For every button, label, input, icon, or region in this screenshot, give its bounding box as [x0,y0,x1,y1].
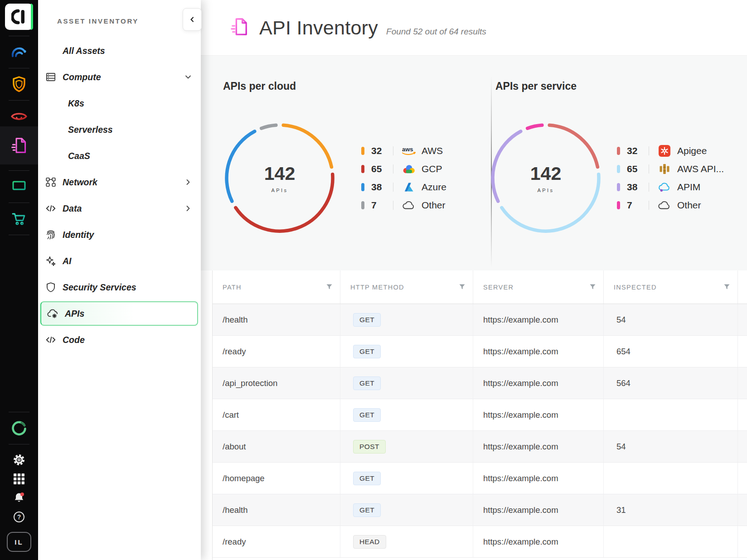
sidebar-item-all-assets[interactable]: All Assets [38,38,201,64]
legend-cloud: 32awsAWS65GCP38Azure7Other [361,142,446,214]
column-header-server[interactable]: SERVER [473,270,604,304]
table-row[interactable]: /healthGEThttps://example.com31 [213,494,747,526]
visibility-eye-icon[interactable] [0,106,38,126]
donut-segment-aws [283,125,331,167]
marketplace-cart-icon[interactable] [0,209,38,229]
http-method-badge: GET [353,345,381,358]
results-count: Found 52 out of 64 results [386,27,486,37]
legend-item-other: 7Other [361,196,446,214]
chart-apis-per-cloud: APIs per cloud 142 APIs 32awsAWS65GCP38A… [201,56,491,270]
rail-divider [9,444,29,444]
apigee-icon [656,145,673,157]
help-icon[interactable]: ? [0,507,38,526]
filter-funnel-icon[interactable] [724,284,730,291]
sidebar-item-serverless[interactable]: Serverless [38,116,201,143]
settings-gear-icon[interactable] [0,450,38,469]
svg-text:?: ? [17,513,21,521]
http-method-badge: POST [353,440,386,454]
sidebar-item-security-services[interactable]: Security Services [38,274,201,300]
legend-label: APIM [677,182,700,193]
cell-path: /api_protection [213,367,340,399]
cell-method: GET [340,304,473,335]
user-avatar[interactable]: IL [7,532,31,552]
aws-icon: aws [401,145,417,157]
legend-color-pill [361,201,364,209]
table-row[interactable]: /readyGEThttps://example.com654 [213,336,747,367]
sidebar-item-ai[interactable]: AI [38,248,201,274]
table-row[interactable]: /aboutPOSThttps://example.com54 [213,431,747,463]
api-doc-pink-icon [231,17,248,38]
table-row[interactable]: /readyHEADhttps://example.com [213,526,747,558]
table-row[interactable]: /cartGEThttps://example.com [213,399,747,431]
asset-inventory-sidebar: ASSET INVENTORY All AssetsComputeK8sServ… [38,0,201,560]
legend-color-pill [617,147,620,155]
cell-inspected: 54 [604,304,738,335]
cell-path: /ready [213,336,340,367]
cell-method: POST [340,431,473,462]
column-header-http-method[interactable]: HTTP METHOD [340,270,473,304]
legend-color-pill [617,201,620,209]
filter-funnel-icon[interactable] [459,284,465,291]
orca-ring-icon[interactable] [0,418,38,438]
table-row[interactable]: /healthGEThttps://example.com54 [213,304,747,336]
cell-inspected [604,463,738,494]
sidebar-item-code[interactable]: Code [38,327,201,353]
rail-divider [9,170,29,171]
cell-server: https://example.com [473,367,604,399]
http-method-badge: GET [353,408,381,422]
chevron-down-icon[interactable] [184,72,193,82]
cell-path: /ready [213,526,340,557]
rail-divider [9,235,29,235]
donut-segment-other [262,125,276,128]
legend-item-azure: 38Azure [361,178,446,196]
sidebar-item-compute[interactable]: Compute [38,64,201,90]
donut-segment-azure [227,131,255,201]
http-method-badge: GET [353,472,381,485]
sidebar-item-network[interactable]: Network [38,169,201,195]
filter-funnel-icon[interactable] [590,284,596,291]
orca-logo[interactable] [5,4,33,30]
cell-path: /health [213,494,340,526]
notifications-bell-icon[interactable] [0,488,38,507]
sidebar-item-apis[interactable]: APIs [40,301,198,326]
legend-service: 32Apigee65AWS API...38APIM7Other [617,142,724,214]
sidebar-item-caas[interactable]: CaaS [38,143,201,169]
server-rows-icon [44,71,57,83]
cell-method: GET [340,399,473,430]
cell-method: GET [340,367,473,399]
sidebar-item-data[interactable]: Data [38,195,201,222]
sidebar-collapse-button[interactable] [183,8,202,31]
orca-logo-icon [11,9,27,25]
legend-value: 7 [627,200,649,211]
rail-divider [9,68,29,68]
table-row[interactable]: /api_protectionGEThttps://example.com564 [213,367,747,399]
endpoints-monitor-icon[interactable] [0,177,38,197]
sidebar-item-k8s[interactable]: K8s [38,90,201,116]
column-header-inspected[interactable]: INSPECTED [604,270,738,304]
legend-color-pill [361,183,364,191]
chevron-right-icon[interactable] [184,178,193,187]
sidebar-item-identity[interactable]: Identity [38,222,201,248]
cloud-outline-icon [656,200,673,211]
dashboard-gauge-icon[interactable] [0,42,38,62]
sidebar-title: ASSET INVENTORY [38,0,201,25]
legend-value: 32 [627,145,649,156]
chevron-right-icon[interactable] [184,204,193,213]
cell-path: /health [213,304,340,335]
donut-chart-service: 142 APIs [489,121,602,235]
security-shield-icon[interactable] [0,74,38,94]
column-header-path[interactable]: PATH [213,270,340,304]
table-row-filler [738,367,747,399]
table-row-filler [738,304,747,335]
http-method-badge: GET [353,313,381,327]
filter-funnel-icon[interactable] [326,284,332,291]
table-row[interactable]: /homepageGEThttps://example.com [213,463,747,494]
rail-divider [9,203,29,203]
api-inventory-doc-icon[interactable] [0,126,38,164]
apps-grid-icon[interactable] [0,469,38,488]
legend-item-aws: 32awsAWS [361,142,446,160]
sidebar-item-label: Code [63,335,85,345]
table-row-filler [738,336,747,367]
sidebar-item-label: Serverless [68,125,113,135]
donut-segment-gcp [236,174,333,231]
